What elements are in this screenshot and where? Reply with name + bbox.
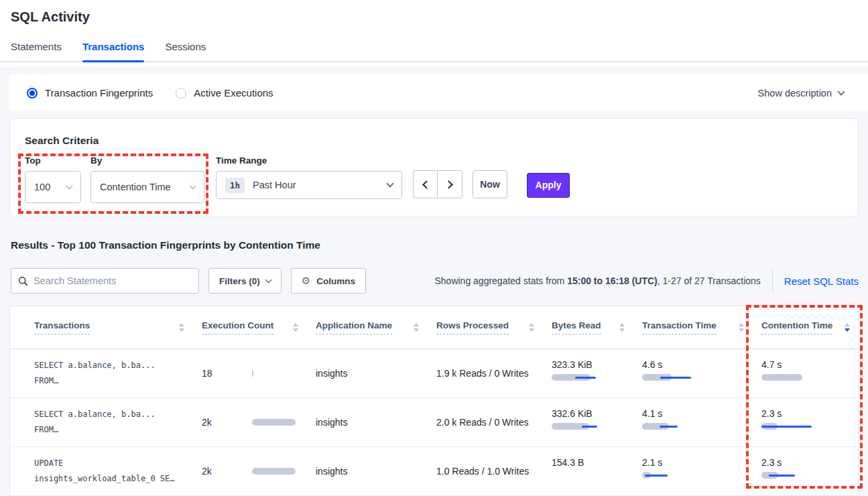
table-header-row: Transactions Execution Count Application… [10, 306, 858, 349]
sort-icon[interactable] [179, 323, 184, 332]
execution-count-cell: 18 [202, 349, 316, 397]
chevron-down-icon [265, 277, 271, 284]
bytes-read-bar [552, 472, 608, 479]
chevron-down-icon [66, 182, 73, 189]
search-input[interactable] [34, 275, 192, 286]
chevron-down-icon [386, 180, 393, 187]
transaction-time-cell: 4.6 s [642, 349, 761, 397]
bytes-read-bar [552, 374, 608, 381]
chevron-right-icon [444, 180, 453, 189]
sort-icon[interactable] [293, 323, 298, 332]
sort-icon[interactable] [739, 323, 744, 332]
column-header-application-name[interactable]: Application Name [316, 320, 436, 334]
contention-time-bar [761, 472, 818, 479]
sort-icon[interactable] [414, 323, 419, 332]
top-label: Top [25, 156, 81, 166]
search-criteria-heading: Search Criteria [25, 135, 843, 147]
transaction-time-cell: 2.1 s [642, 447, 761, 495]
execution-count-bar [252, 468, 296, 475]
top-select[interactable]: 100 [25, 171, 81, 203]
table-row[interactable]: SELECT a.balance, b.ba... FROM… 18 insig… [10, 349, 858, 398]
columns-button[interactable]: ⚙ Columns [291, 268, 366, 294]
by-select-value: Contention Time [100, 182, 171, 192]
tab-sessions[interactable]: Sessions [165, 41, 206, 61]
contention-time-cell: 4.7 s [761, 349, 858, 397]
column-header-bytes-read[interactable]: Bytes Read [552, 320, 642, 334]
column-header-rows-processed[interactable]: Rows Processed [436, 320, 552, 334]
radio-active-executions[interactable]: Active Executions [176, 87, 273, 99]
table-row[interactable]: UPDATE insights_workload_table_0 SE… 2k … [10, 447, 858, 496]
time-range-group: Time Range 1h Past Hour [216, 156, 402, 199]
aggregated-stats-text: Showing aggregated stats from 15:00 to 1… [434, 275, 760, 286]
radio-label: Transaction Fingerprints [45, 87, 153, 99]
chevron-down-icon [837, 88, 845, 95]
execution-count-bar [252, 370, 296, 377]
page-header: SQL Activity [0, 0, 868, 25]
columns-label: Columns [316, 276, 355, 286]
reset-sql-stats-link[interactable]: Reset SQL Stats [784, 275, 859, 287]
contention-time-cell: 2.3 s [761, 398, 858, 446]
radio-transaction-fingerprints[interactable]: Transaction Fingerprints [27, 87, 153, 99]
rows-processed-cell: 1.0 Reads / 1.0 Writes [436, 447, 552, 495]
view-toggle-strip: Transaction Fingerprints Active Executio… [9, 74, 868, 111]
rows-processed-cell: 2.0 k Reads / 0 Writes [436, 398, 552, 446]
apply-button[interactable]: Apply [527, 173, 570, 198]
search-criteria-form: Top 100 By Contention Time Time Range [25, 156, 843, 203]
time-range-badge: 1h [225, 178, 245, 193]
top-group: Top 100 [25, 156, 81, 203]
rows-processed-cell: 1.9 k Reads / 0 Writes [436, 349, 552, 397]
time-range-select[interactable]: 1h Past Hour [216, 171, 402, 199]
time-controls: Now Apply [413, 170, 570, 198]
sort-icon[interactable] [619, 323, 625, 332]
transaction-fingerprint-link[interactable]: SELECT a.balance, b.ba... FROM… [34, 349, 202, 397]
bytes-read-cell: 332.6 KiB [552, 398, 642, 446]
search-criteria-card: Search Criteria Top 100 By Contention Ti… [9, 118, 859, 217]
column-header-transaction-time[interactable]: Transaction Time [642, 320, 761, 334]
next-time-button[interactable] [438, 170, 462, 198]
application-name-cell: insights [316, 349, 436, 397]
table-row[interactable]: SELECT a.balance, b.ba... FROM… 2k insig… [10, 398, 858, 447]
chevron-down-icon [190, 182, 196, 189]
column-header-transactions[interactable]: Transactions [34, 320, 202, 334]
tab-statements[interactable]: Statements [11, 41, 62, 61]
sort-icon[interactable] [529, 323, 534, 332]
execution-count-cell: 2k [202, 447, 316, 495]
by-select[interactable]: Contention Time [90, 171, 204, 203]
bytes-read-cell: 154.3 B [552, 447, 642, 495]
by-label: By [90, 156, 204, 166]
contention-time-bar [761, 374, 818, 381]
column-header-execution-count[interactable]: Execution Count [202, 320, 316, 334]
search-icon [18, 276, 28, 286]
contention-time-bar [761, 423, 818, 430]
stats-time-range: 15:00 to 16:18 (UTC) [567, 275, 658, 286]
time-range-value: Past Hour [253, 180, 296, 190]
search-box[interactable] [11, 268, 199, 294]
transaction-fingerprint-link[interactable]: SELECT a.balance, b.ba... FROM… [34, 398, 202, 446]
execution-count-cell: 2k [202, 398, 316, 446]
transaction-time-bar [642, 374, 698, 381]
sort-icon[interactable] [845, 323, 850, 332]
gear-icon: ⚙ [302, 275, 310, 287]
results-controls-row: Filters (0) ⚙ Columns Showing aggregated… [11, 268, 859, 294]
tab-transactions[interactable]: Transactions [82, 41, 145, 61]
top-select-value: 100 [34, 182, 50, 192]
transaction-time-cell: 4.1 s [642, 398, 761, 446]
transaction-fingerprint-link[interactable]: UPDATE insights_workload_table_0 SE… [34, 447, 202, 495]
now-button[interactable]: Now [473, 170, 507, 198]
column-header-contention-time[interactable]: Contention Time [761, 320, 858, 334]
radio-label: Active Executions [194, 87, 273, 99]
contention-time-cell: 2.3 s [761, 447, 858, 495]
previous-time-button[interactable] [413, 170, 438, 198]
application-name-cell: insights [316, 447, 436, 495]
show-description-label: Show description [758, 88, 832, 99]
filters-button[interactable]: Filters (0) [208, 268, 282, 294]
content-area: Transaction Fingerprints Active Executio… [0, 66, 868, 496]
bytes-read-cell: 323.3 KiB [552, 349, 642, 397]
time-pager [413, 170, 462, 198]
radio-selected-icon [27, 88, 38, 99]
vertical-divider [772, 269, 773, 293]
show-description-toggle[interactable]: Show description [758, 88, 844, 99]
bytes-read-bar [552, 423, 608, 430]
transaction-time-bar [642, 472, 698, 479]
page-title: SQL Activity [11, 9, 857, 25]
